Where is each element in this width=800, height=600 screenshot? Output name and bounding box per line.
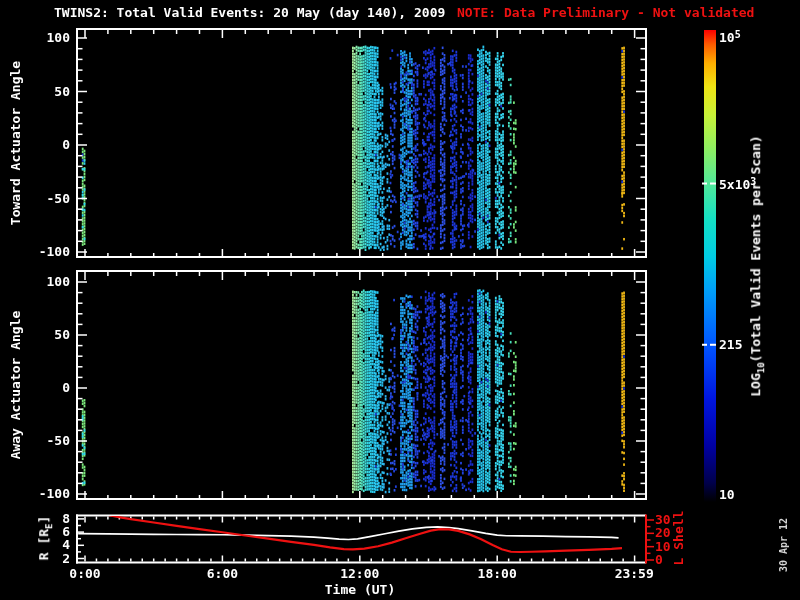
colorbar-tick-label: 5x103 <box>719 176 756 192</box>
x-tick-label: 23:59 <box>604 566 664 581</box>
lshell-axis-label: L Shell <box>671 511 686 566</box>
y-tick-label: -50 <box>24 433 70 448</box>
y-tick-label: 0 <box>24 137 70 152</box>
y-tick-label: 100 <box>24 274 70 289</box>
plot-title: TWINS2: Total Valid Events: 20 May (day … <box>54 5 445 20</box>
y-tick-label: 50 <box>24 84 70 99</box>
twins2-plot: TWINS2: Total Valid Events: 20 May (day … <box>0 0 800 600</box>
y-tick-label: 0 <box>24 380 70 395</box>
x-tick-label: 6:00 <box>192 566 252 581</box>
toward-axis-label: Toward Actuator Angle <box>8 61 23 225</box>
time-axis-label: Time (UT) <box>325 582 395 597</box>
r-tick-label: 2 <box>24 551 70 566</box>
x-tick-label: 0:00 <box>55 566 115 581</box>
away-axis-label: Away Actuator Angle <box>8 311 23 460</box>
lshell-tick-label: 0 <box>655 552 663 567</box>
colorbar-tick-label: 215 <box>719 337 742 352</box>
y-tick-label: -100 <box>24 486 70 501</box>
colorbar-tick-label: 105 <box>719 29 741 45</box>
preliminary-note: NOTE: Data Preliminary - Not validated <box>457 5 754 20</box>
y-tick-label: 50 <box>24 327 70 342</box>
date-stamp: 30 Apr 12 <box>778 518 789 572</box>
y-tick-label: 100 <box>24 30 70 45</box>
colorbar-tick-label: 10 <box>719 487 735 502</box>
y-tick-label: -50 <box>24 191 70 206</box>
y-tick-label: -100 <box>24 244 70 259</box>
x-tick-label: 12:00 <box>330 566 390 581</box>
x-tick-label: 18:00 <box>467 566 527 581</box>
